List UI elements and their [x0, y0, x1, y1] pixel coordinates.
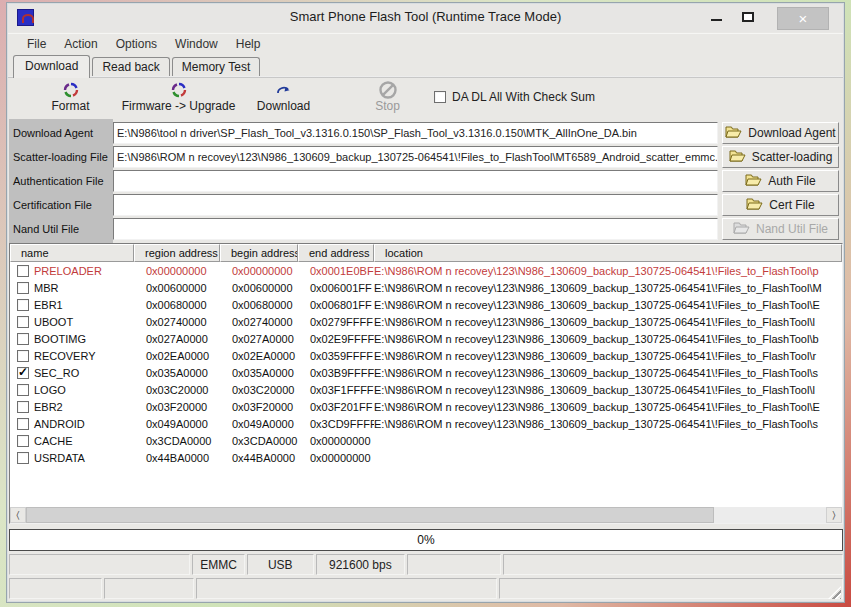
- table-row[interactable]: BOOTIMG0x027A00000x027A00000x02E9FFFFE:\…: [10, 330, 842, 347]
- row-checkbox[interactable]: [17, 316, 29, 328]
- cell-end-address: 0x03F1FFFF: [298, 384, 374, 396]
- maximize-button[interactable]: [733, 4, 763, 30]
- menu-item-file[interactable]: File: [18, 35, 55, 53]
- toolbar-button-firmware-upgrade[interactable]: Firmware -> Upgrade: [116, 81, 241, 113]
- toolbar: DA DL All With Check Sum FormatFirmware …: [8, 78, 843, 119]
- table-body: PRELOADER0x000000000x000000000x0001E0BFE…: [10, 262, 842, 466]
- status-cell2-empty-1: [104, 578, 194, 599]
- field-input-scatter-loading-file[interactable]: E:\N986\ROM n recovey\123\N986_130609_ba…: [113, 146, 718, 168]
- horizontal-scrollbar[interactable]: 〈 〉: [10, 507, 842, 523]
- column-header-location[interactable]: location: [374, 244, 842, 262]
- table-header-row: nameregion addressbegin addressend addre…: [10, 244, 842, 262]
- folder-icon: [725, 125, 742, 141]
- cell-begin-address: 0x00600000: [220, 282, 298, 294]
- cell-end-address: 0x03B9FFFF: [298, 367, 374, 379]
- menu-item-help[interactable]: Help: [227, 35, 270, 53]
- table-row[interactable]: MBR0x006000000x006000000x006001FFE:\N986…: [10, 279, 842, 296]
- scroll-left-arrow[interactable]: 〈: [10, 507, 26, 523]
- minimize-icon: [711, 19, 722, 21]
- row-checkbox[interactable]: [17, 282, 29, 294]
- row-checkbox[interactable]: [17, 265, 29, 277]
- field-input-certification-file[interactable]: [113, 194, 718, 216]
- progress-percent: 0%: [417, 533, 434, 547]
- cell-region-address: 0x02740000: [134, 316, 220, 328]
- row-checkbox[interactable]: [17, 299, 29, 311]
- table-row[interactable]: EBR10x006800000x006800000x006801FFE:\N98…: [10, 296, 842, 313]
- partition-name: MBR: [34, 282, 58, 294]
- field-input-download-agent[interactable]: E:\N986\tool n driver\SP_Flash_Tool_v3.1…: [113, 122, 718, 144]
- table-row[interactable]: CACHE0x3CDA00000x3CDA00000x00000000: [10, 432, 842, 449]
- cell-location: E:\N986\ROM n recovey\123\N986_130609_ba…: [374, 401, 842, 413]
- table-row[interactable]: RECOVERY0x02EA00000x02EA00000x0359FFFFE:…: [10, 347, 842, 364]
- sync-arrows-icon: [63, 81, 79, 99]
- field-input-nand-util-file[interactable]: [113, 218, 718, 240]
- menu-item-window[interactable]: Window: [166, 35, 227, 53]
- table-row[interactable]: ANDROID0x049A00000x049A00000x3CD9FFFFE:\…: [10, 415, 842, 432]
- cell-region-address: 0x035A0000: [134, 367, 220, 379]
- column-header-name[interactable]: name: [10, 244, 134, 262]
- cell-region-address: 0x3CDA0000: [134, 435, 220, 447]
- cell-name: EBR1: [10, 299, 134, 311]
- row-checkbox[interactable]: [17, 401, 29, 413]
- browse-button-cert-file[interactable]: Cert File: [722, 194, 839, 216]
- row-checkbox[interactable]: [17, 350, 29, 362]
- menu-item-options[interactable]: Options: [107, 35, 166, 53]
- menu-item-action[interactable]: Action: [55, 35, 106, 53]
- browse-button-scatter-loading[interactable]: Scatter-loading: [722, 146, 839, 168]
- cell-begin-address: 0x3CDA0000: [220, 435, 298, 447]
- curved-arrow-icon: [275, 81, 293, 99]
- column-header-region-address[interactable]: region address: [134, 244, 220, 262]
- table-row[interactable]: UBOOT0x027400000x027400000x0279FFFFE:\N9…: [10, 313, 842, 330]
- field-input-authentication-file[interactable]: [113, 170, 718, 192]
- cell-location: E:\N986\ROM n recovey\123\N986_130609_ba…: [374, 367, 842, 379]
- scroll-right-arrow[interactable]: 〉: [826, 507, 842, 523]
- cell-name: EBR2: [10, 401, 134, 413]
- cell-location: E:\N986\ROM n recovey\123\N986_130609_ba…: [374, 333, 842, 345]
- tab-read-back[interactable]: Read back: [92, 57, 169, 77]
- field-label-2: Authentication File: [13, 170, 104, 192]
- row-checkbox[interactable]: [17, 384, 29, 396]
- cell-name: BOOTIMG: [10, 333, 134, 345]
- cell-end-address: 0x0001E0BF: [298, 265, 374, 277]
- row-checkbox[interactable]: [17, 435, 29, 447]
- title-bar[interactable]: Smart Phone Flash Tool (Runtime Trace Mo…: [8, 4, 843, 32]
- table-row[interactable]: LOGO0x03C200000x03C200000x03F1FFFFE:\N98…: [10, 381, 842, 398]
- scrollbar-thumb[interactable]: [26, 507, 714, 523]
- toolbar-button-stop: Stop: [350, 81, 425, 113]
- cell-end-address: 0x006801FF: [298, 299, 374, 311]
- checkbox-box[interactable]: [434, 91, 446, 103]
- row-checkbox[interactable]: [17, 367, 29, 379]
- partition-table: nameregion addressbegin addressend addre…: [9, 243, 843, 524]
- toolbar-button-download[interactable]: Download: [236, 81, 331, 113]
- app-window: Smart Phone Flash Tool (Runtime Trace Mo…: [6, 2, 845, 603]
- partition-name: USRDATA: [34, 452, 85, 464]
- column-header-begin-address[interactable]: begin address: [220, 244, 298, 262]
- cell-region-address: 0x44BA0000: [134, 452, 220, 464]
- browse-button-download-agent[interactable]: Download Agent: [722, 122, 839, 144]
- status-bar-top: EMMCUSB921600 bps: [9, 554, 843, 575]
- tab-memory-test[interactable]: Memory Test: [172, 57, 260, 77]
- row-checkbox[interactable]: [17, 418, 29, 430]
- cell-location: E:\N986\ROM n recovey\123\N986_130609_ba…: [374, 316, 842, 328]
- status-cell2-empty-0: [9, 578, 102, 599]
- close-button[interactable]: ×: [777, 7, 829, 30]
- table-row[interactable]: SEC_RO0x035A00000x035A00000x03B9FFFFE:\N…: [10, 364, 842, 381]
- column-header-end-address[interactable]: end address: [298, 244, 374, 262]
- minimize-button[interactable]: [701, 4, 731, 30]
- da-dl-checksum-checkbox[interactable]: DA DL All With Check Sum: [434, 90, 595, 104]
- table-row[interactable]: USRDATA0x44BA00000x44BA00000x00000000: [10, 449, 842, 466]
- browse-button-auth-file[interactable]: Auth File: [722, 170, 839, 192]
- toolbar-button-format[interactable]: Format: [23, 81, 118, 113]
- cell-end-address: 0x00000000: [298, 452, 374, 464]
- table-row[interactable]: PRELOADER0x000000000x000000000x0001E0BFE…: [10, 262, 842, 279]
- browse-button-label: Auth File: [768, 174, 815, 188]
- row-checkbox[interactable]: [17, 333, 29, 345]
- cell-end-address: 0x02E9FFFF: [298, 333, 374, 345]
- cell-name: SEC_RO: [10, 367, 134, 379]
- cell-begin-address: 0x02EA0000: [220, 350, 298, 362]
- partition-name: LOGO: [34, 384, 66, 396]
- row-checkbox[interactable]: [17, 452, 29, 464]
- cell-name: MBR: [10, 282, 134, 294]
- tab-download[interactable]: Download: [13, 55, 90, 78]
- table-row[interactable]: EBR20x03F200000x03F200000x03F201FFE:\N98…: [10, 398, 842, 415]
